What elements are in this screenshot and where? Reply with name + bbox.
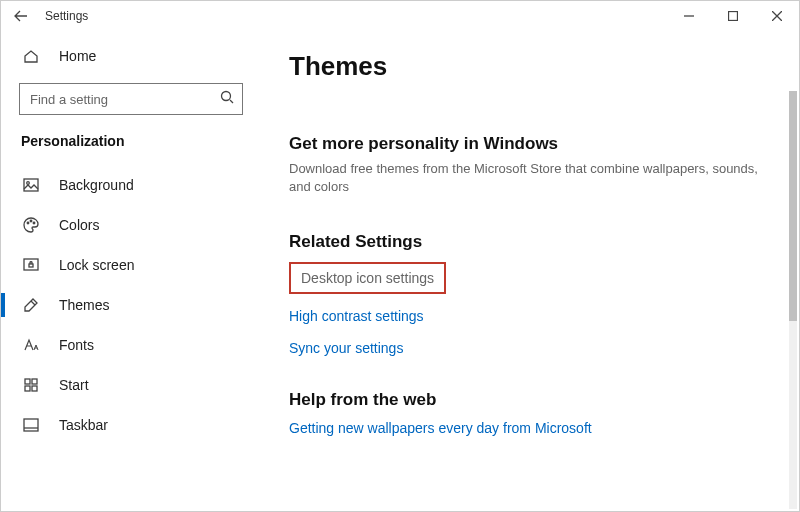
related-heading: Related Settings (289, 232, 771, 252)
svg-rect-11 (25, 386, 30, 391)
svg-point-3 (27, 182, 30, 185)
picture-icon (21, 177, 41, 193)
more-heading: Get more personality in Windows (289, 134, 771, 154)
sidebar-item-lock-screen[interactable]: Lock screen (1, 245, 261, 285)
sidebar-item-start[interactable]: Start (1, 365, 261, 405)
sidebar-item-background[interactable]: Background (1, 165, 261, 205)
sidebar-item-label: Themes (59, 297, 110, 313)
svg-rect-13 (24, 419, 38, 431)
minimize-button[interactable] (667, 1, 711, 31)
sidebar-item-taskbar[interactable]: Taskbar (1, 405, 261, 445)
help-heading: Help from the web (289, 390, 771, 410)
svg-point-6 (33, 222, 35, 224)
svg-point-1 (222, 92, 231, 101)
link-desktop-icon-settings[interactable]: Desktop icon settings (301, 270, 434, 286)
home-label: Home (59, 48, 96, 64)
search-input[interactable] (20, 84, 242, 114)
search-box[interactable] (19, 83, 243, 115)
back-arrow-icon (14, 9, 28, 23)
palette-icon (21, 217, 41, 233)
category-title: Personalization (1, 129, 261, 157)
lock-screen-icon (21, 257, 41, 273)
maximize-button[interactable] (711, 1, 755, 31)
fonts-icon (21, 337, 41, 353)
sidebar-item-label: Fonts (59, 337, 94, 353)
sidebar: Home Personalization Background Colors L… (1, 31, 261, 511)
maximize-icon (728, 11, 738, 21)
sidebar-item-label: Taskbar (59, 417, 108, 433)
svg-point-5 (30, 220, 32, 222)
start-icon (21, 377, 41, 393)
window-controls (667, 1, 799, 31)
link-help-wallpapers[interactable]: Getting new wallpapers every day from Mi… (289, 420, 771, 436)
svg-rect-8 (29, 264, 33, 267)
taskbar-icon (21, 417, 41, 433)
themes-icon (21, 297, 41, 313)
home-icon (21, 48, 41, 64)
close-button[interactable] (755, 1, 799, 31)
scrollbar[interactable] (789, 91, 797, 509)
sidebar-item-colors[interactable]: Colors (1, 205, 261, 245)
search-icon (220, 90, 234, 108)
page-title: Themes (289, 51, 771, 82)
svg-rect-9 (25, 379, 30, 384)
close-icon (772, 11, 782, 21)
back-button[interactable] (9, 4, 33, 28)
svg-rect-2 (24, 179, 38, 191)
more-body: Download free themes from the Microsoft … (289, 160, 769, 196)
home-nav[interactable]: Home (1, 37, 261, 75)
svg-point-4 (27, 222, 29, 224)
link-high-contrast[interactable]: High contrast settings (289, 308, 771, 324)
main-content: Themes Get more personality in Windows D… (261, 31, 799, 511)
sidebar-item-fonts[interactable]: Fonts (1, 325, 261, 365)
window-title: Settings (45, 9, 88, 23)
svg-rect-10 (32, 379, 37, 384)
svg-rect-12 (32, 386, 37, 391)
sidebar-item-label: Lock screen (59, 257, 134, 273)
minimize-icon (684, 11, 694, 21)
svg-rect-0 (729, 12, 738, 21)
sidebar-item-label: Background (59, 177, 134, 193)
sidebar-item-label: Start (59, 377, 89, 393)
sidebar-item-themes[interactable]: Themes (1, 285, 261, 325)
link-sync-settings[interactable]: Sync your settings (289, 340, 771, 356)
desktop-icon-settings-highlight: Desktop icon settings (289, 262, 446, 294)
sidebar-item-label: Colors (59, 217, 99, 233)
